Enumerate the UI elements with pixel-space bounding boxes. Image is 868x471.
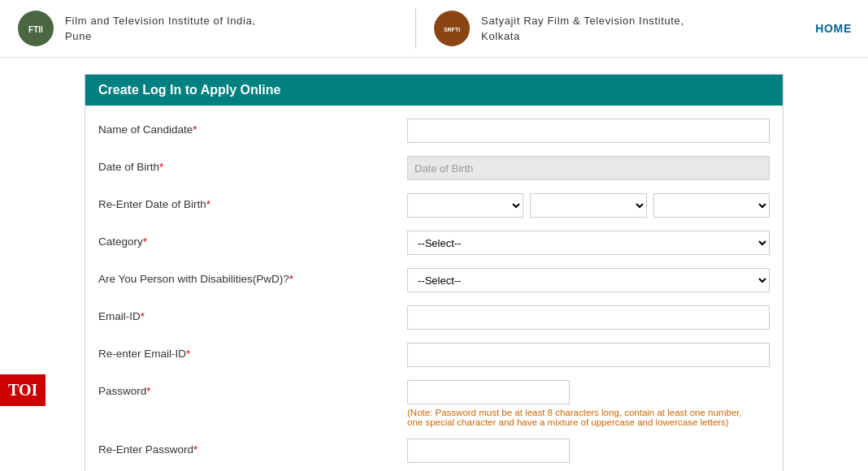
re-password-input[interactable] <box>407 439 570 463</box>
email-label: Email-ID* <box>98 305 407 322</box>
page-header: FTII Film and Television Institute of In… <box>0 0 868 58</box>
inst1-section: FTII Film and Television Institute of In… <box>16 9 399 48</box>
ftii-logo: FTII <box>16 9 55 48</box>
password-field: (Note: Password must be at least 8 chara… <box>407 380 770 427</box>
svg-text:FTII: FTII <box>28 25 43 34</box>
re-email-field <box>407 343 770 367</box>
name-field <box>407 119 770 143</box>
pwd-select[interactable]: --Select-- <box>407 268 770 292</box>
re-email-row: Re-enter Email-ID* <box>98 343 770 369</box>
dob-month-select[interactable] <box>530 193 646 218</box>
category-field: --Select-- <box>407 231 770 255</box>
password-label: Password* <box>98 380 407 397</box>
name-row: Name of Candidate* <box>98 119 770 145</box>
svg-text:SRFTI: SRFTI <box>444 27 460 32</box>
re-password-field <box>407 439 770 463</box>
password-note: (Note: Password must be at least 8 chara… <box>407 408 749 427</box>
pwd-field: --Select-- <box>407 268 770 292</box>
srfti-logo: SRFTI <box>432 9 471 48</box>
form-title: Create Log In to Apply Online <box>85 75 783 106</box>
email-field <box>407 305 770 330</box>
login-form-card: Create Log In to Apply Online Name of Ca… <box>85 74 783 471</box>
dob-label: Date of Birth* <box>98 156 407 173</box>
category-select[interactable]: --Select-- <box>407 231 770 255</box>
header-nav: HOME <box>815 22 852 35</box>
pwd-row: Are You Person with Disabilities(PwD)?* … <box>98 268 770 294</box>
header-divider <box>415 8 416 49</box>
dob-selects <box>407 193 770 218</box>
main-content: Create Log In to Apply Online Name of Ca… <box>68 74 800 471</box>
toi-badge: TOI <box>0 374 46 406</box>
dob-field: Date of Birth <box>407 156 770 180</box>
re-password-row: Re-Enter Password* <box>98 439 770 465</box>
srfti-section: SRFTI Satyajit Ray Film & Television Ins… <box>432 9 815 48</box>
email-row: Email-ID* <box>98 305 770 331</box>
re-dob-row: Re-Enter Date of Birth* <box>98 193 770 219</box>
dob-year-select[interactable] <box>653 193 770 218</box>
srfti-name: Satyajit Ray Film & Television Institute… <box>481 13 684 45</box>
email-input[interactable] <box>407 305 770 330</box>
form-body: Name of Candidate* Date of Birth* Date o… <box>85 106 783 471</box>
name-label: Name of Candidate* <box>98 119 407 136</box>
re-password-label: Re-Enter Password* <box>98 439 407 456</box>
category-row: Category* --Select-- <box>98 231 770 257</box>
password-row: Password* (Note: Password must be at lea… <box>98 380 770 427</box>
re-dob-label: Re-Enter Date of Birth* <box>98 193 407 210</box>
category-label: Category* <box>98 231 407 248</box>
dob-day-select[interactable] <box>407 193 523 218</box>
dob-display: Date of Birth <box>407 156 770 180</box>
password-input[interactable] <box>407 380 570 404</box>
pwd-label: Are You Person with Disabilities(PwD)?* <box>98 268 407 285</box>
re-email-input[interactable] <box>407 343 770 367</box>
ftii-name: Film and Television Institute of India, … <box>65 13 256 45</box>
re-dob-field <box>407 193 770 218</box>
re-email-label: Re-enter Email-ID* <box>98 343 407 360</box>
dob-row: Date of Birth* Date of Birth <box>98 156 770 182</box>
name-input[interactable] <box>407 119 770 143</box>
home-link[interactable]: HOME <box>815 22 852 35</box>
